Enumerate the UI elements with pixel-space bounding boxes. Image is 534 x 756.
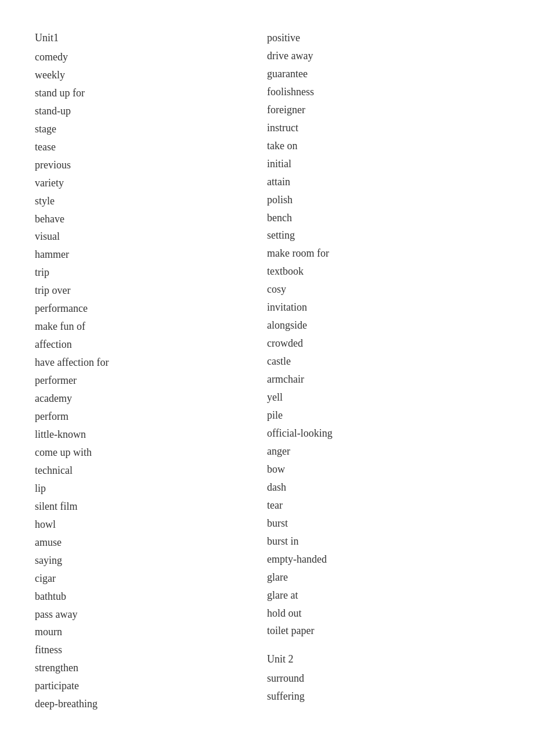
word-item: visual (35, 228, 267, 246)
word-item: affection (35, 336, 267, 354)
word-item: participate (35, 677, 267, 695)
word-item: initial (267, 155, 499, 173)
word-item: perform (35, 408, 267, 426)
word-item: little-known (35, 426, 267, 444)
word-item: positive (267, 29, 499, 47)
word-item: come up with (35, 444, 267, 462)
word-item: tear (267, 496, 499, 514)
word-item: amuse (35, 534, 267, 552)
word-item: burst (267, 514, 499, 532)
word-item: trip over (35, 282, 267, 300)
word-item: bathtub (35, 588, 267, 606)
word-item: bench (267, 209, 499, 227)
word-item: hammer (35, 246, 267, 264)
word-item: invitation (267, 298, 499, 316)
word-item: polish (267, 191, 499, 209)
word-item: fitness (35, 641, 267, 659)
word-item: textbook (267, 262, 499, 280)
word-item: previous (35, 156, 267, 174)
word-item: glare (267, 568, 499, 586)
word-item: castle (267, 352, 499, 370)
word-item: attain (267, 173, 499, 191)
word-item: variety (35, 174, 267, 192)
word-item: make fun of (35, 318, 267, 336)
word-item: pass away (35, 606, 267, 624)
word-item: trip (35, 264, 267, 282)
word-item: stand-up (35, 102, 267, 120)
word-item: drive away (267, 47, 499, 65)
word-item: anger (267, 442, 499, 460)
word-item: pile (267, 406, 499, 424)
word-item: setting (267, 226, 499, 244)
word-item: dash (267, 478, 499, 496)
unit-header: Unit 2 (267, 650, 499, 668)
word-item: foreigner (267, 101, 499, 119)
word-item: armchair (267, 370, 499, 388)
word-item: take on (267, 137, 499, 155)
word-item: comedy (35, 48, 267, 66)
spacer (267, 640, 499, 650)
word-item: cigar (35, 570, 267, 588)
word-item: bow (267, 460, 499, 478)
word-item: foolishness (267, 83, 499, 101)
word-item: stage (35, 120, 267, 138)
word-item: crowded (267, 334, 499, 352)
word-item: official-looking (267, 424, 499, 442)
word-item: empty-handed (267, 550, 499, 568)
right-column: positivedrive awayguaranteefoolishnessfo… (267, 29, 499, 713)
word-item: tease (35, 138, 267, 156)
word-item: make room for (267, 244, 499, 262)
word-item: behave (35, 210, 267, 228)
main-content: Unit1comedyweeklystand up forstand-upsta… (35, 29, 499, 713)
word-item: instruct (267, 119, 499, 137)
word-item: deep-breathing (35, 695, 267, 713)
word-item: surround (267, 669, 499, 687)
word-item: stand up for (35, 84, 267, 102)
word-item: alongside (267, 316, 499, 334)
left-column: Unit1comedyweeklystand up forstand-upsta… (35, 29, 267, 713)
word-item: style (35, 192, 267, 210)
word-item: academy (35, 390, 267, 408)
word-item: technical (35, 462, 267, 480)
word-item: howl (35, 516, 267, 534)
word-item: silent film (35, 498, 267, 516)
word-item: strengthen (35, 659, 267, 677)
word-item: performer (35, 372, 267, 390)
word-item: weekly (35, 66, 267, 84)
word-item: hold out (267, 604, 499, 622)
word-item: cosy (267, 280, 499, 298)
word-item: saying (35, 552, 267, 570)
word-item: mourn (35, 623, 267, 641)
word-item: yell (267, 388, 499, 406)
word-item: performance (35, 300, 267, 318)
word-item: burst in (267, 532, 499, 550)
word-item: lip (35, 480, 267, 498)
word-item: toilet paper (267, 622, 499, 640)
word-item: glare at (267, 586, 499, 604)
word-item: suffering (267, 687, 499, 705)
word-item: guarantee (267, 65, 499, 83)
word-item: have affection for (35, 354, 267, 372)
unit-header: Unit1 (35, 29, 267, 47)
